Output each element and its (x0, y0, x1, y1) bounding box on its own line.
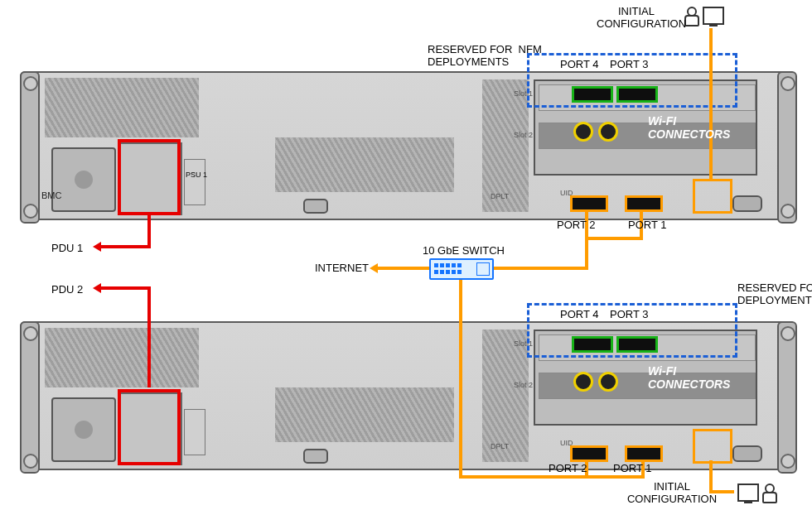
user-icon (684, 7, 698, 23)
pdu2-label: PDU 2 (51, 283, 83, 296)
power-wire-top (101, 245, 151, 248)
vent-center (275, 137, 454, 192)
switch-label: 10 GbE SWITCH (423, 244, 502, 257)
vent-top-left (45, 328, 199, 387)
psu-label (184, 159, 205, 205)
mgmt-port-highlight-bottom (693, 429, 732, 464)
vga-port (732, 195, 762, 212)
fan-icon (51, 397, 116, 462)
psu-label (184, 409, 205, 455)
initial-config-label-top: INITIAL CONFIGURATION (597, 5, 676, 30)
port2-orange-bot (570, 445, 608, 462)
mgmt-port-highlight-top (693, 179, 732, 214)
port2-label-top: PORT 2 (557, 219, 595, 231)
reserved-nfm-label-bottom: RESERVED FOR NFM DEPLOYMENTS (737, 281, 812, 306)
slot2-card (539, 373, 756, 399)
user-icon (762, 484, 776, 500)
reserved-nfm-label-top: RESERVED FOR NFM DEPLOYMENTS (428, 43, 535, 68)
data-wire (494, 267, 588, 270)
data-wire (585, 237, 643, 240)
fan-icon (51, 147, 116, 212)
dplt-label: DPLT (491, 192, 509, 200)
vga-port (732, 445, 762, 462)
slot2-label: Slot 2 (514, 131, 533, 139)
wifi-conn-a-bot (573, 372, 593, 392)
data-wire (378, 267, 429, 270)
db9-port (303, 199, 328, 214)
power-inlet-highlight-top (118, 139, 181, 215)
rack-ear-right (777, 321, 797, 474)
pc-icon (703, 7, 724, 25)
port3-green-top (616, 86, 658, 103)
wifi-conn-b-bot (598, 372, 618, 392)
wifi-conn-b-top (598, 122, 618, 142)
slot2-label: Slot 2 (514, 381, 533, 389)
port1-orange-bot (625, 445, 663, 462)
diagram-stage: { "labels": { "initialConfigTop": "INITI… (0, 0, 812, 510)
rack-ear-right (777, 71, 797, 224)
slot2-card (539, 123, 756, 149)
initial-config-label-bottom: INITIAL CONFIGURATION (618, 480, 726, 505)
dplt-label: DPLT (491, 442, 509, 450)
vent-top-left (45, 78, 199, 137)
rack-ear-left (20, 71, 40, 224)
arrow-icon (93, 283, 101, 293)
switch-icon (429, 258, 494, 280)
wifi-conn-a-top (573, 122, 593, 142)
arrow-icon (93, 242, 101, 252)
port3-green-bot (616, 336, 658, 353)
pdu1-label: PDU 1 (51, 242, 83, 254)
vent-center (275, 387, 454, 442)
pc-icon (737, 484, 759, 502)
internet-label: INTERNET (315, 262, 366, 274)
bmc-label: BMC (41, 190, 61, 200)
data-wire (709, 490, 734, 493)
power-wire-bottom (101, 286, 151, 290)
arrow-icon (370, 263, 378, 273)
power-inlet-highlight-bottom (118, 389, 181, 465)
db9-port (303, 449, 328, 464)
rack-ear-left (20, 321, 40, 474)
port2-orange-top (570, 195, 608, 212)
port4-green-bot (572, 336, 613, 353)
port4-green-top (572, 86, 613, 103)
port1-orange-top (625, 195, 663, 212)
port1-label-top: PORT 1 (628, 219, 666, 231)
data-wire (459, 475, 645, 479)
